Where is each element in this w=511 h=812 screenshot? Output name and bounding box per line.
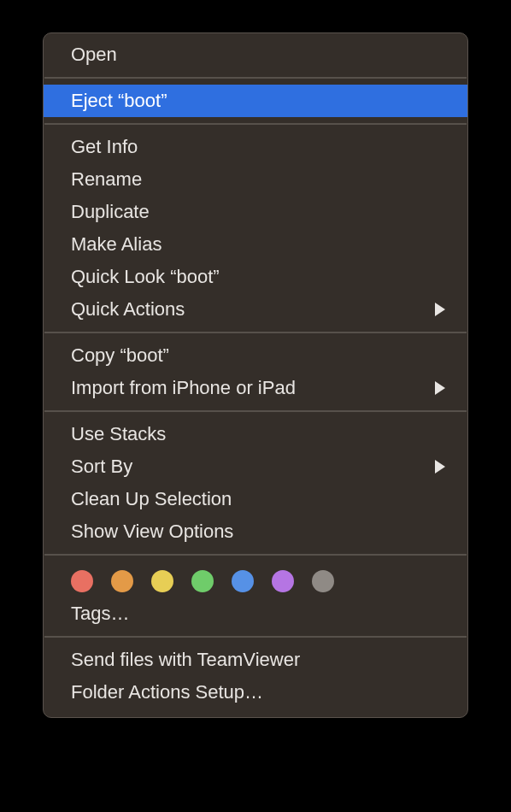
- menu-separator: [44, 332, 467, 333]
- menu-item-copy[interactable]: Copy “boot”: [44, 339, 467, 372]
- menu-item-eject[interactable]: Eject “boot”: [44, 85, 467, 117]
- menu-item-label: Import from iPhone or iPad: [71, 375, 435, 401]
- menu-item-folderactions[interactable]: Folder Actions Setup…: [44, 676, 467, 709]
- menu-separator: [44, 77, 467, 79]
- chevron-right-icon: [435, 303, 445, 316]
- menu-item-import[interactable]: Import from iPhone or iPad: [44, 372, 467, 404]
- tags-row: [44, 562, 467, 597]
- menu-item-label: Open: [71, 42, 449, 68]
- menu-item-label: Make Alias: [71, 232, 449, 257]
- tag-green[interactable]: [191, 570, 214, 592]
- menu-separator: [44, 636, 467, 638]
- tag-blue[interactable]: [232, 570, 254, 592]
- menu-item-duplicate[interactable]: Duplicate: [44, 196, 467, 228]
- menu-item-label: Quick Actions: [71, 297, 435, 322]
- menu-item-quicklook[interactable]: Quick Look “boot”: [44, 261, 467, 293]
- tag-yellow[interactable]: [151, 570, 173, 592]
- menu-item-label: Get Info: [71, 134, 449, 160]
- menu-item-tags[interactable]: Tags…: [44, 597, 467, 630]
- context-menu: Open Eject “boot” Get Info Rename Duplic…: [43, 32, 468, 718]
- chevron-right-icon: [435, 381, 445, 395]
- tag-gray[interactable]: [312, 570, 334, 592]
- menu-item-teamviewer[interactable]: Send files with TeamViewer: [44, 644, 467, 676]
- tag-orange[interactable]: [111, 570, 133, 592]
- menu-item-sortby[interactable]: Sort By: [44, 450, 467, 483]
- tag-purple[interactable]: [272, 570, 294, 592]
- menu-item-label: Duplicate: [71, 199, 449, 225]
- menu-item-open[interactable]: Open: [44, 38, 467, 71]
- menu-item-usestacks[interactable]: Use Stacks: [44, 418, 467, 450]
- menu-item-label: Copy “boot”: [71, 343, 449, 368]
- menu-item-label: Quick Look “boot”: [71, 264, 449, 290]
- menu-separator: [44, 123, 467, 125]
- tag-red[interactable]: [71, 570, 93, 592]
- menu-item-rename[interactable]: Rename: [44, 163, 467, 196]
- menu-item-label: Show View Options: [71, 519, 449, 544]
- chevron-right-icon: [435, 460, 445, 474]
- menu-item-label: Send files with TeamViewer: [71, 647, 449, 673]
- menu-separator: [44, 410, 467, 412]
- menu-item-label: Rename: [71, 167, 449, 192]
- menu-item-quickactions[interactable]: Quick Actions: [44, 293, 467, 326]
- menu-item-viewoptions[interactable]: Show View Options: [44, 515, 467, 548]
- menu-item-getinfo[interactable]: Get Info: [44, 131, 467, 163]
- menu-item-makealias[interactable]: Make Alias: [44, 228, 467, 261]
- menu-item-cleanup[interactable]: Clean Up Selection: [44, 483, 467, 515]
- menu-item-label: Use Stacks: [71, 421, 449, 447]
- menu-item-label: Eject “boot”: [71, 88, 449, 114]
- menu-separator: [44, 554, 467, 556]
- menu-item-label: Tags…: [71, 601, 449, 627]
- menu-item-label: Sort By: [71, 454, 435, 480]
- menu-item-label: Clean Up Selection: [71, 486, 449, 512]
- menu-item-label: Folder Actions Setup…: [71, 680, 449, 705]
